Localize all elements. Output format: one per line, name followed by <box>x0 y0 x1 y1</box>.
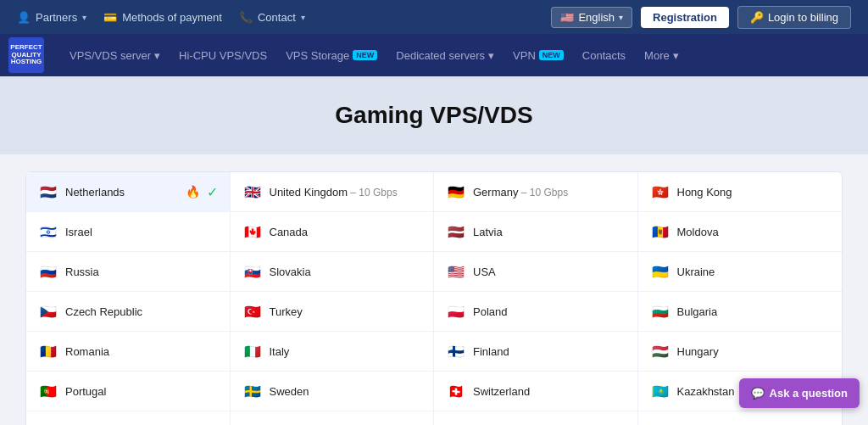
country-flag: 🇮🇱 <box>38 221 58 242</box>
country-name: Slovakia <box>270 266 422 278</box>
partners-icon: 👤 <box>17 11 31 24</box>
country-suffix: – 10 Gbps <box>518 187 568 199</box>
country-name: Switzerland <box>473 385 626 398</box>
country-item[interactable]: 🇧🇬Bulgaria <box>638 292 843 332</box>
country-name: Sweden <box>270 385 422 398</box>
country-flag: 🇷🇴 <box>38 341 58 361</box>
country-name: Germany – 10 Gbps <box>473 186 626 199</box>
selected-check-icon: ✓ <box>207 184 218 200</box>
country-name: Italy <box>270 345 422 358</box>
language-selector[interactable]: 🇺🇸 English ▾ <box>551 7 632 28</box>
country-item[interactable]: 🇳🇱Netherlands🔥✓ <box>26 172 231 212</box>
country-item[interactable]: 🇹🇷Turkey <box>231 292 435 332</box>
register-button[interactable]: Registration <box>641 7 729 28</box>
country-item[interactable]: 🇸🇰Slovakia <box>231 252 435 292</box>
country-item[interactable]: 🇱🇻Latvia <box>434 212 638 252</box>
country-item[interactable]: 🇨🇿Czech Republic <box>26 292 231 332</box>
lang-label: English <box>578 11 615 24</box>
payment-label: Methods of payment <box>122 11 222 24</box>
country-flag: 🇩🇪 <box>446 182 466 202</box>
country-item[interactable]: 🇫🇮Finland <box>434 332 638 372</box>
nav-contacts-label: Contacts <box>582 49 626 62</box>
partners-label: Partners <box>36 11 77 24</box>
login-label: Login to billing <box>768 11 838 24</box>
ask-question-button[interactable]: 💬 Ask a question <box>739 378 860 408</box>
top-bar-right: 🇺🇸 English ▾ Registration 🔑 Login to bil… <box>551 6 851 29</box>
top-bar: 👤 Partners ▾ 💳 Methods of payment 📞 Cont… <box>0 0 868 34</box>
logo-icon: PERFECTQUALITYHOSTING <box>8 37 44 73</box>
country-item[interactable]: 🇲🇩Moldova <box>638 212 843 252</box>
nav-contacts[interactable]: Contacts <box>574 34 634 76</box>
content-area: 🇳🇱Netherlands🔥✓🇬🇧United Kingdom – 10 Gbp… <box>0 154 868 425</box>
country-flag: 🇵🇱 <box>446 301 466 322</box>
country-flag: 🇨🇿 <box>38 301 58 322</box>
nav-hicpu[interactable]: Hi-CPU VPS/VDS <box>170 34 275 76</box>
nav-vpn[interactable]: VPN NEW <box>504 34 572 76</box>
flag-icon: 🇺🇸 <box>560 11 574 24</box>
country-item[interactable]: 🇭🇺Hungary <box>638 332 843 372</box>
nav-storage-label: VPS Storage <box>286 49 349 62</box>
login-button[interactable]: 🔑 Login to billing <box>737 6 851 29</box>
country-item[interactable]: 🇺🇦Ukraine <box>638 252 843 292</box>
country-item[interactable]: 🇨🇦Canada <box>231 212 435 252</box>
partners-menu[interactable]: 👤 Partners ▾ <box>17 11 86 24</box>
nav-storage[interactable]: VPS Storage NEW <box>277 34 386 76</box>
country-flag: 🇪🇸 <box>650 421 670 425</box>
country-item[interactable]: 🇸🇪Sweden <box>231 372 435 411</box>
ask-label: Ask a question <box>770 387 848 400</box>
country-flag: 🇵🇹 <box>38 381 58 401</box>
country-name: Netherlands <box>65 186 179 199</box>
contact-icon: 📞 <box>239 11 253 24</box>
logo[interactable]: PERFECTQUALITYHOSTING <box>8 37 44 73</box>
country-flag: 🇷🇺 <box>38 261 58 282</box>
country-name: Czech Republic <box>65 305 218 318</box>
country-item[interactable]: 🇵🇱Poland <box>434 292 638 332</box>
country-flag: 🇰🇿 <box>650 381 670 401</box>
login-icon: 🔑 <box>750 11 764 24</box>
country-item[interactable]: 🇩🇪Germany – 10 Gbps <box>434 172 638 212</box>
country-flag: 🇨🇭 <box>446 381 466 401</box>
country-flag: 🇮🇹 <box>242 341 263 361</box>
country-flag: 🇨🇦 <box>242 221 263 242</box>
country-item[interactable]: 🇨🇭Switzerland <box>434 372 638 411</box>
country-item[interactable]: 🇮🇱Israel <box>26 212 231 252</box>
country-item[interactable]: 🇷🇺Russia <box>26 252 231 292</box>
contact-label: Contact <box>258 11 296 24</box>
country-flag: 🇧🇬 <box>650 301 670 322</box>
country-item[interactable]: 🇺🇸USA <box>434 252 638 292</box>
country-item[interactable]: 🇵🇹Portugal <box>26 372 231 411</box>
country-name: Finland <box>473 345 626 358</box>
nav-vps-label: VPS/VDS server <box>70 49 151 62</box>
nav-dedicated-arrow: ▾ <box>488 49 494 62</box>
nav-dedicated-label: Dedicated servers <box>396 49 485 62</box>
country-item[interactable]: 🇬🇧United Kingdom – 10 Gbps <box>231 172 435 212</box>
country-item[interactable]: 🇪🇸Spain <box>638 411 843 425</box>
nav-more[interactable]: More ▾ <box>636 34 687 76</box>
country-item[interactable]: 🇫🇷France <box>434 411 638 425</box>
country-name: Hong Kong <box>677 186 831 199</box>
country-flag: 🇸🇪 <box>242 381 263 401</box>
payment-menu[interactable]: 💳 Methods of payment <box>103 11 222 24</box>
country-name: Portugal <box>65 385 218 398</box>
nav-items: VPS/VDS server ▾ Hi-CPU VPS/VDS VPS Stor… <box>61 34 860 76</box>
country-item[interactable]: 🇭🇰Hong Kong <box>638 172 843 212</box>
country-flag: 🇬🇧 <box>242 182 263 202</box>
country-flag: 🇷🇸 <box>38 421 58 425</box>
nav-dedicated[interactable]: Dedicated servers ▾ <box>387 34 503 76</box>
nav-vps-arrow: ▾ <box>154 49 160 62</box>
country-item[interactable]: 🇷🇴Romania <box>26 332 231 372</box>
contact-menu[interactable]: 📞 Contact ▾ <box>239 11 305 24</box>
nav-vps-vds[interactable]: VPS/VDS server ▾ <box>61 34 169 76</box>
country-item[interactable]: 🇷🇸Serbia <box>26 411 231 425</box>
country-name: Israel <box>65 226 218 238</box>
country-item[interactable]: 🇮🇹Italy <box>231 332 435 372</box>
country-flag: 🇭🇺 <box>650 341 670 361</box>
country-flag: 🇺🇦 <box>650 261 670 282</box>
country-name: USA <box>473 266 626 278</box>
country-name: Canada <box>270 226 422 238</box>
payment-icon: 💳 <box>103 11 117 24</box>
country-item[interactable]: 🇮🇪Ireland – 10 Gbps <box>231 411 435 425</box>
nav-more-arrow: ▾ <box>673 49 679 62</box>
country-name: Latvia <box>473 226 626 238</box>
main-nav: PERFECTQUALITYHOSTING VPS/VDS server ▾ H… <box>0 34 868 76</box>
